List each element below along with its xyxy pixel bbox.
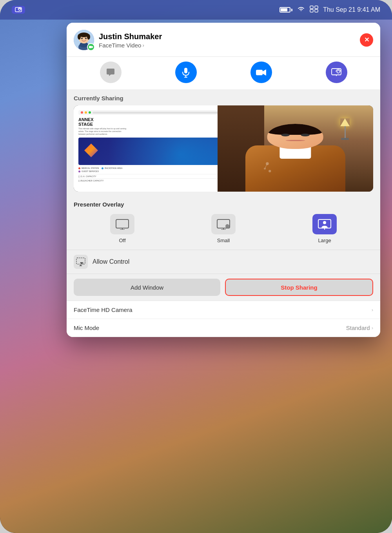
sharing-section: Currently Sharing ANNEXSTAGE This intima… <box>67 89 380 196</box>
presenter-small-label: Small <box>217 237 230 243</box>
facetime-camera-chevron: › <box>372 307 373 313</box>
video-button[interactable] <box>250 62 272 83</box>
svg-point-33 <box>225 224 229 228</box>
presenter-off-icon <box>115 219 129 230</box>
message-circle <box>100 62 122 83</box>
facetime-camera-label: FaceTime HD Camera <box>74 306 132 313</box>
presenter-off-label: Off <box>119 237 125 243</box>
close-button[interactable]: ✕ <box>360 33 373 47</box>
mic-mode-value: Standard <box>346 325 370 331</box>
message-button[interactable] <box>100 62 122 83</box>
svg-rect-29 <box>116 219 129 228</box>
ipad-frame: Thu Sep 21 9:41 AM <box>0 0 392 533</box>
presenter-option-small[interactable]: Small <box>211 214 236 243</box>
add-window-button[interactable]: Add Window <box>74 279 220 296</box>
contact-name: Justin Shumaker <box>99 32 355 41</box>
mic-button[interactable] <box>175 62 197 83</box>
mic-mode-right: Standard › <box>346 325 373 331</box>
presenter-option-off[interactable]: Off <box>110 214 134 243</box>
svg-point-28 <box>269 170 271 172</box>
svg-marker-22 <box>263 69 266 76</box>
presenter-large-icon <box>318 219 332 230</box>
svg-point-14 <box>81 38 83 39</box>
svg-rect-21 <box>256 70 263 75</box>
cursor-icon <box>76 257 85 266</box>
presenter-off-icon-wrap <box>110 214 134 234</box>
svg-marker-17 <box>92 46 93 48</box>
stop-sharing-button[interactable]: Stop Sharing <box>225 279 373 296</box>
person-figure <box>233 114 358 192</box>
svg-rect-6 <box>315 9 318 12</box>
bottom-buttons: Add Window Stop Sharing <box>67 274 380 301</box>
sharing-preview: ANNEXSTAGE This intimate side stage will… <box>74 105 373 192</box>
mic-icon <box>182 67 190 78</box>
person-video-overlay <box>218 105 373 192</box>
footer-items: FaceTime HD Camera › Mic Mode Standard › <box>67 301 380 337</box>
svg-point-13 <box>87 34 90 40</box>
video-icon <box>256 69 266 76</box>
presenter-small-icon-wrap <box>211 214 236 234</box>
svg-rect-16 <box>89 46 92 48</box>
svg-marker-40 <box>79 265 82 266</box>
svg-rect-3 <box>310 6 313 9</box>
call-type-chevron: › <box>142 42 144 48</box>
close-icon: ✕ <box>364 37 369 43</box>
controls-row <box>67 57 380 89</box>
presenter-large-icon-wrap <box>312 214 337 234</box>
facetime-camera-right: › <box>372 307 373 313</box>
shareplay-circle <box>326 62 347 83</box>
presenter-option-large[interactable]: Large <box>312 214 337 243</box>
allow-control-icon <box>74 255 88 269</box>
svg-point-15 <box>85 38 87 39</box>
mic-circle <box>175 62 197 83</box>
shareplay-button[interactable] <box>326 62 347 83</box>
battery-icon <box>279 7 292 13</box>
facetime-camera-item[interactable]: FaceTime HD Camera › <box>67 301 380 319</box>
status-left-icons <box>12 6 25 14</box>
presenter-small-icon <box>216 219 230 230</box>
control-center-icon[interactable] <box>310 5 318 14</box>
status-bar: Thu Sep 21 9:41 AM <box>0 0 392 20</box>
svg-rect-18 <box>184 68 187 73</box>
mic-mode-label: Mic Mode <box>74 325 99 331</box>
shareplay-control-icon <box>331 68 341 77</box>
shareplay-status-icon[interactable] <box>12 6 25 14</box>
presenter-options: Off Small <box>74 214 373 243</box>
svg-point-12 <box>78 34 81 40</box>
presenter-section: Presenter Overlay Off <box>67 196 380 250</box>
header-info: Justin Shumaker FaceTime Video › <box>99 32 355 49</box>
popup-panel: Justin Shumaker FaceTime Video › ✕ <box>67 23 380 337</box>
status-datetime: Thu Sep 21 9:41 AM <box>323 6 380 13</box>
currently-sharing-title: Currently Sharing <box>74 95 373 102</box>
video-circle <box>250 62 272 83</box>
allow-control-label: Allow Control <box>93 258 129 265</box>
screen-share-icon <box>15 7 22 13</box>
wifi-icon <box>297 6 305 14</box>
panel-header: Justin Shumaker FaceTime Video › ✕ <box>67 23 380 57</box>
presenter-large-label: Large <box>318 237 331 243</box>
facetime-badge <box>87 43 95 51</box>
video-badge-icon <box>89 45 93 49</box>
mic-mode-chevron: › <box>372 325 373 331</box>
svg-rect-4 <box>315 6 318 9</box>
status-right-icons: Thu Sep 21 9:41 AM <box>279 5 380 14</box>
message-icon <box>106 68 115 77</box>
mic-mode-item[interactable]: Mic Mode Standard › <box>67 319 380 337</box>
svg-rect-5 <box>310 9 313 12</box>
svg-point-24 <box>337 70 340 73</box>
svg-point-37 <box>323 221 326 224</box>
presenter-overlay-title: Presenter Overlay <box>74 201 373 208</box>
allow-control-row[interactable]: Allow Control <box>67 250 380 274</box>
call-type[interactable]: FaceTime Video › <box>99 42 355 49</box>
svg-point-1 <box>19 9 21 11</box>
avatar-container <box>74 30 94 50</box>
